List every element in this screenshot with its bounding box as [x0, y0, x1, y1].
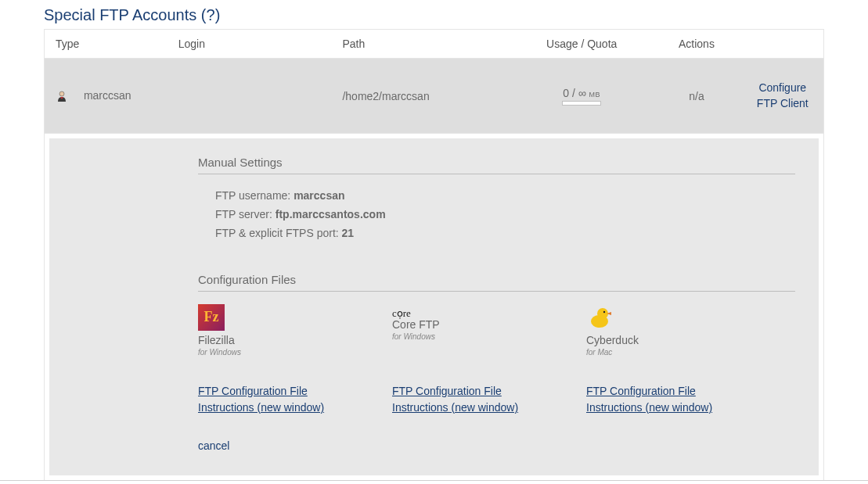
cyberduck-instructions-link[interactable]: FTP Configuration File Instructions (new…	[586, 383, 735, 416]
client-cyberduck: Cyberduck for Mac	[586, 304, 735, 357]
svg-point-0	[59, 91, 64, 96]
ftp-server-label: FTP server:	[215, 208, 276, 220]
coreftp-icon: cọre	[392, 304, 541, 318]
client-os: for Mac	[586, 348, 735, 357]
ftp-server-value: ftp.marccsantos.com	[276, 208, 386, 220]
filezilla-instructions-link[interactable]: FTP Configuration File Instructions (new…	[198, 383, 347, 416]
col-type: Type	[45, 30, 167, 59]
help-icon[interactable]: (?)	[201, 6, 220, 23]
accounts-table: Type Login Path Usage / Quota Actions	[44, 29, 824, 134]
section-title: Special FTP Accounts (?)	[44, 0, 824, 29]
link-line1: FTP Configuration File	[586, 385, 696, 397]
client-os: for Windows	[392, 332, 541, 341]
link-line2: Instructions (new window)	[392, 401, 518, 414]
client-filezilla: Filezilla for Windows	[198, 304, 347, 357]
link-line2: Instructions (new window)	[198, 401, 324, 414]
col-usage: Usage / Quota	[512, 30, 651, 59]
usage-bar	[562, 101, 601, 106]
ftp-port-label: FTP & explicit FTPS port:	[215, 227, 342, 239]
manual-settings-list: FTP username: marccsan FTP server: ftp.m…	[198, 187, 795, 242]
usage-unit: MB	[589, 91, 601, 99]
col-path: Path	[331, 30, 512, 59]
filezilla-icon	[198, 304, 225, 331]
link-line1: FTP Configuration File	[198, 385, 308, 397]
table-row: marccsan /home2/marccsan 0 / ∞ MB n/a	[45, 59, 824, 134]
actions-value: n/a	[651, 59, 741, 134]
ftp-port-value: 21	[342, 227, 355, 239]
client-os: for Windows	[198, 348, 347, 357]
configure-line1: Configure	[758, 81, 806, 94]
client-coreftp: cọre Core FTP for Windows	[392, 304, 541, 357]
configure-ftp-client-link[interactable]: Configure FTP Client	[753, 81, 812, 111]
configure-details-panel: Manual Settings FTP username: marccsan F…	[49, 138, 819, 475]
path-value: /home2/marccsan	[331, 59, 512, 134]
user-icon	[56, 90, 68, 102]
usage-used: 0	[563, 87, 569, 99]
manual-settings-heading: Manual Settings	[198, 156, 795, 174]
link-line2: Instructions (new window)	[586, 401, 712, 414]
col-login: Login	[167, 30, 332, 59]
client-name: Filezilla	[198, 334, 347, 346]
config-files-heading: Configuration Files	[198, 273, 795, 292]
ftp-username-label: FTP username:	[215, 189, 294, 202]
cyberduck-icon	[586, 304, 613, 331]
link-line1: FTP Configuration File	[392, 385, 502, 397]
client-name: Core FTP	[392, 318, 541, 331]
clients-row: Filezilla for Windows cọre Core FTP for …	[198, 304, 795, 357]
usage-sep: /	[569, 87, 578, 99]
ftp-username-value: marccsan	[294, 189, 344, 202]
usage-cell: 0 / ∞ MB	[523, 87, 640, 106]
col-actions: Actions	[651, 30, 741, 59]
login-value: marccsan	[84, 89, 131, 102]
usage-limit: ∞	[578, 87, 586, 99]
client-links-row: FTP Configuration File Instructions (new…	[198, 383, 795, 416]
svg-point-2	[597, 308, 608, 319]
coreftp-instructions-link[interactable]: FTP Configuration File Instructions (new…	[392, 383, 541, 416]
svg-point-3	[603, 310, 605, 312]
configure-line2: FTP Client	[757, 97, 809, 109]
section-title-text: Special FTP Accounts	[44, 6, 196, 23]
cancel-link[interactable]: cancel	[198, 439, 229, 452]
client-name: Cyberduck	[586, 334, 735, 346]
